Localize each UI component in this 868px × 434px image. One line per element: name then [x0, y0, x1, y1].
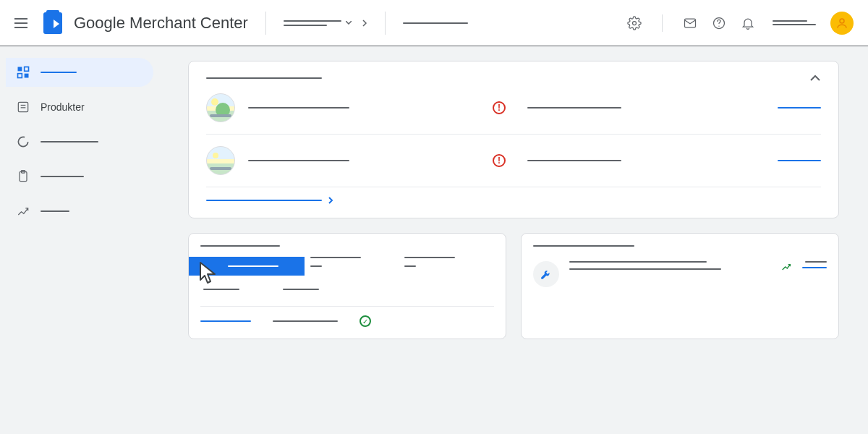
- wrench-icon: [540, 268, 553, 281]
- product-thumbnail: [206, 146, 235, 175]
- card-footer: ✓: [200, 306, 494, 327]
- main-content: ! !: [159, 46, 868, 434]
- sidebar-item-label: [41, 72, 77, 73]
- metric-value: [805, 261, 827, 263]
- app-title: Google Merchant Center: [74, 14, 248, 33]
- alert-icon: !: [493, 154, 506, 167]
- divider: [265, 12, 266, 35]
- svg-point-2: [840, 19, 844, 23]
- view-all-link[interactable]: [206, 196, 821, 205]
- chevron-right-icon: [362, 19, 367, 27]
- sidebar-item-products[interactable]: Produkter: [6, 93, 153, 122]
- check-icon: ✓: [359, 315, 371, 327]
- stats-card: ✓: [188, 233, 506, 339]
- issues-card: ! !: [188, 61, 839, 218]
- collapse-icon[interactable]: [809, 75, 821, 82]
- merchant-center-logo: [43, 12, 62, 34]
- issue-description: [527, 107, 621, 109]
- stat-label: [310, 257, 361, 258]
- card-title: [533, 245, 634, 247]
- svg-rect-5: [18, 74, 22, 78]
- sidebar-item-tasks[interactable]: [6, 162, 153, 191]
- circle-progress-icon: [16, 135, 30, 149]
- person-icon: [835, 17, 848, 30]
- sidebar-item-label: [41, 210, 69, 212]
- trend-up-icon: [780, 261, 792, 273]
- selected-metric-tab[interactable]: [189, 257, 305, 276]
- alert-icon: !: [493, 101, 506, 114]
- sidebar-item-label: [41, 141, 98, 142]
- svg-rect-6: [25, 74, 29, 78]
- account-dropdown[interactable]: [284, 19, 367, 27]
- svg-rect-0: [685, 19, 696, 27]
- product-thumbnail: [206, 93, 235, 122]
- svg-point-10: [18, 137, 27, 146]
- svg-rect-3: [18, 67, 22, 72]
- divider: [662, 14, 663, 32]
- trend-icon: [16, 204, 30, 218]
- chevron-right-icon: [328, 196, 333, 205]
- issue-title: [248, 160, 349, 161]
- issue-title: [248, 107, 349, 109]
- svg-rect-7: [18, 102, 27, 111]
- secondary-label: [403, 22, 468, 24]
- recommendations-card: [521, 233, 839, 339]
- stat-value: [310, 265, 322, 267]
- clipboard-icon: [16, 169, 30, 184]
- cursor-icon: [197, 261, 221, 287]
- footer-link[interactable]: [200, 320, 251, 322]
- card-title: [206, 77, 322, 79]
- issue-row[interactable]: !: [206, 82, 821, 135]
- sidebar-item-label: Produkter: [41, 101, 85, 113]
- avatar[interactable]: [830, 12, 854, 35]
- mail-icon[interactable]: [683, 16, 697, 30]
- recommendation-title: [569, 261, 707, 263]
- divider: [385, 12, 386, 35]
- stat-label: [404, 257, 455, 258]
- footer-text: [273, 320, 338, 322]
- bell-icon[interactable]: [741, 16, 755, 30]
- dashboard-icon: [16, 65, 30, 80]
- help-icon[interactable]: [712, 16, 726, 30]
- chevron-down-icon: [346, 21, 352, 25]
- sidebar: Produkter: [0, 46, 159, 434]
- list-icon: [16, 100, 30, 114]
- issue-action-link[interactable]: [778, 107, 821, 109]
- stat-value: [404, 265, 416, 267]
- sidebar-item-performance[interactable]: [6, 127, 153, 156]
- stat-label: [203, 289, 239, 290]
- user-label: [773, 20, 816, 25]
- issue-row[interactable]: !: [206, 135, 821, 187]
- tool-icon-badge: [533, 261, 559, 287]
- action-link[interactable]: [802, 267, 827, 268]
- gear-icon[interactable]: [627, 16, 642, 30]
- issue-description: [527, 160, 621, 161]
- sidebar-item-label: [41, 176, 84, 177]
- sidebar-item-overview[interactable]: [6, 58, 153, 87]
- menu-toggle[interactable]: [14, 14, 32, 32]
- svg-rect-4: [25, 67, 29, 72]
- app-header: Google Merchant Center: [0, 0, 868, 46]
- issue-action-link[interactable]: [778, 160, 821, 161]
- stat-label: [283, 289, 319, 290]
- sidebar-item-growth[interactable]: [6, 197, 153, 226]
- recommendation-description: [569, 268, 721, 270]
